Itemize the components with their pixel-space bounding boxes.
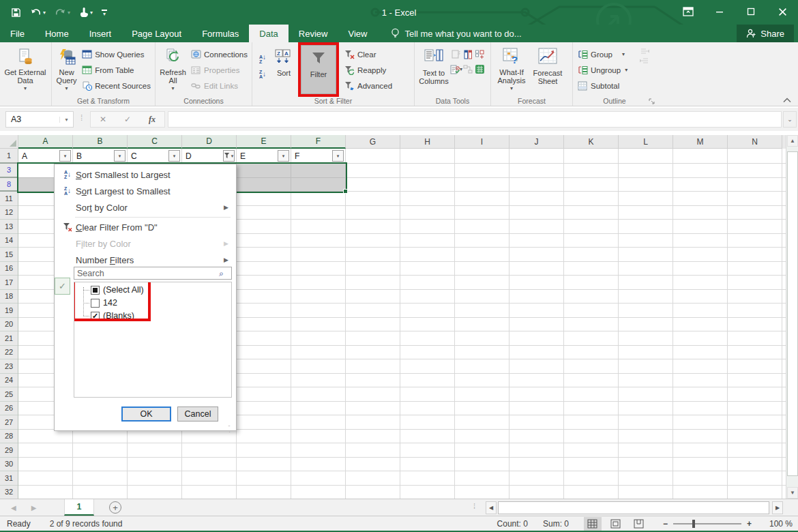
row-header-26[interactable]: 26 [0, 402, 18, 416]
from-table-button[interactable]: From Table [79, 63, 153, 77]
tab-home[interactable]: Home [35, 25, 79, 42]
row-header-11[interactable]: 11 [0, 192, 18, 206]
filter-dropdown-icon[interactable]: ▾ [59, 150, 71, 162]
next-sheet-icon[interactable]: ▶ [31, 504, 37, 512]
subtotal-button[interactable]: Subtotal [575, 78, 638, 93]
insert-function-icon[interactable]: fx [140, 115, 164, 125]
row-header-19[interactable]: 19 [0, 304, 18, 318]
filter-dropdown-icon[interactable]: ▾ [168, 150, 180, 162]
row-header-30[interactable]: 30 [0, 458, 18, 472]
row-header-16[interactable]: 16 [0, 262, 18, 276]
new-sheet-icon[interactable]: + [109, 501, 121, 514]
column-header-H[interactable]: H [400, 135, 455, 149]
customize-qat-icon[interactable]: ▾ [102, 10, 107, 16]
scroll-right-icon[interactable]: ▶ [772, 501, 783, 514]
page-break-preview-icon[interactable] [630, 517, 648, 531]
outline-dialog-launcher-icon[interactable] [649, 98, 655, 104]
sort-button[interactable]: ZA Sort [271, 44, 297, 95]
collapse-ribbon-icon[interactable] [783, 98, 791, 103]
row-header-21[interactable]: 21 [0, 331, 18, 346]
column-header-D[interactable]: D [182, 135, 237, 149]
tab-insert[interactable]: Insert [79, 25, 122, 42]
name-box[interactable]: A3 ▾ [5, 111, 74, 128]
ribbon-display-options-icon[interactable] [673, 0, 704, 23]
clear-filter-button[interactable]: Clear [342, 47, 394, 61]
row-header-25[interactable]: 25 [0, 387, 18, 402]
sort-z-to-a-button[interactable]: ZA↓ [259, 70, 266, 79]
filter-value-blanks[interactable]: (Blanks) [74, 310, 231, 321]
fill-handle[interactable] [343, 189, 348, 194]
resize-grip-icon[interactable]: ∙∙ ∙ [228, 423, 235, 430]
manage-data-model-icon[interactable] [475, 64, 485, 74]
tab-file[interactable]: File [0, 25, 35, 42]
header-cell-D1[interactable]: D▾ [182, 149, 237, 163]
row-header-3[interactable]: 3 [0, 164, 18, 178]
filter-search-box[interactable]: ⌕ [74, 267, 232, 280]
cancel-entry-icon[interactable]: ✕ [91, 115, 115, 124]
tell-me-box[interactable]: Tell me what you want to do... [391, 25, 521, 42]
undo-icon[interactable]: ▾ [30, 8, 46, 18]
filter-dropdown-icon[interactable]: ▾ [278, 150, 289, 162]
header-cell-C1[interactable]: C▾ [128, 149, 182, 163]
horizontal-scroll-thumb[interactable] [498, 501, 769, 514]
row-header-32[interactable]: 32 [0, 486, 18, 499]
row-header-18[interactable]: 18 [0, 290, 18, 304]
header-cell-F1[interactable]: F▾ [291, 149, 346, 163]
row-header-28[interactable]: 28 [0, 430, 18, 444]
menu-item-clear-filter-from-d[interactable]: Clear Filter From "D" [55, 219, 236, 235]
close-icon[interactable] [767, 0, 798, 23]
refresh-all-button[interactable]: Refresh All ▾ [158, 44, 188, 95]
column-header-B[interactable]: B [73, 135, 128, 149]
sheet-tab-1[interactable]: 1 [64, 499, 94, 516]
get-external-data-button[interactable]: Get External Data ▾ [2, 44, 48, 95]
flash-fill-icon[interactable] [452, 50, 462, 59]
column-header-F[interactable]: F [291, 135, 346, 149]
menu-item-number-filters[interactable]: Number Filters▶ [55, 252, 236, 268]
column-header-A[interactable]: A [18, 135, 73, 149]
column-header-N[interactable]: N [728, 135, 782, 149]
maximize-icon[interactable] [735, 0, 767, 23]
name-box-arrow-icon[interactable]: ▾ [59, 117, 73, 123]
show-detail-icon[interactable] [640, 47, 649, 55]
row-header-31[interactable]: 31 [0, 471, 18, 486]
header-cell-B1[interactable]: B▾ [73, 149, 128, 163]
row-header-13[interactable]: 13 [0, 220, 18, 234]
tab-page-layout[interactable]: Page Layout [121, 25, 192, 42]
minimize-icon[interactable] [704, 0, 735, 23]
ungroup-button[interactable]: Ungroup ▾ [575, 63, 638, 77]
properties-button[interactable]: Properties [188, 63, 250, 77]
show-queries-button[interactable]: Show Queries [79, 47, 153, 61]
scroll-left-icon[interactable]: ◀ [486, 501, 497, 514]
column-header-J[interactable]: J [509, 135, 564, 149]
tab-view[interactable]: View [338, 25, 377, 42]
reapply-filter-button[interactable]: Reapply [342, 63, 394, 77]
tab-formulas[interactable]: Formulas [192, 25, 249, 42]
what-if-analysis-button[interactable]: ? What-If Analysis ▾ [493, 44, 530, 95]
redo-icon[interactable]: ▾ [55, 8, 70, 18]
row-header-15[interactable]: 15 [0, 248, 18, 262]
menu-item-sort-by-color[interactable]: Sort by Color▶ [55, 199, 236, 216]
formula-input[interactable] [168, 111, 782, 128]
filter-value-list[interactable]: (Select All)142(Blanks) [74, 282, 232, 398]
forecast-sheet-button[interactable]: Forecast Sheet [530, 44, 565, 95]
normal-view-icon[interactable] [584, 517, 602, 531]
new-query-button[interactable]: New Query ▾ [54, 44, 79, 95]
header-cell-A1[interactable]: A▾ [18, 149, 73, 163]
edit-links-button[interactable]: Edit Links [188, 78, 250, 93]
share-button[interactable]: Share [737, 25, 794, 42]
row-header-8[interactable]: 8 [0, 178, 18, 192]
row-header-24[interactable]: 24 [0, 374, 18, 388]
vertical-scrollbar[interactable]: ▲ ▼ [786, 135, 798, 499]
tab-scroll-splitter[interactable]: ⁞ [473, 502, 476, 510]
row-header-22[interactable]: 22 [0, 346, 18, 360]
vertical-scroll-thumb[interactable] [787, 151, 798, 476]
previous-sheet-icon[interactable]: ◀ [11, 504, 16, 512]
row-header-1[interactable]: 1 [0, 149, 18, 164]
filter-dropdown-icon[interactable]: ▾ [114, 150, 125, 162]
checkbox-unchecked[interactable] [91, 299, 100, 308]
filter-value-142[interactable]: 142 [74, 297, 231, 308]
advanced-filter-button[interactable]: Advanced [342, 78, 394, 93]
text-to-columns-button[interactable]: Text to Columns [417, 44, 451, 95]
zoom-in-icon[interactable]: + [747, 519, 752, 529]
column-header-E[interactable]: E [237, 135, 291, 149]
